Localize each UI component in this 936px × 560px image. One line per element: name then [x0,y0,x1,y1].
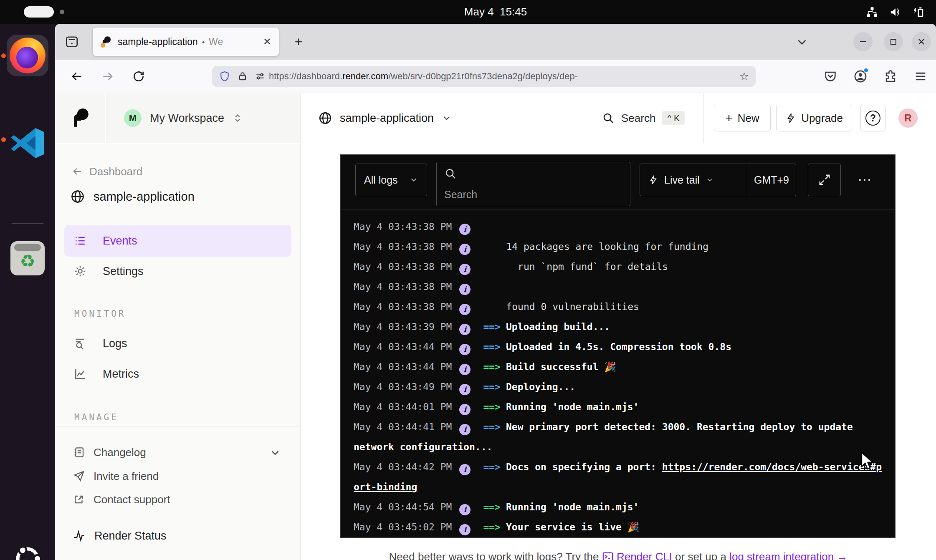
bookmark-star-icon[interactable]: ☆ [739,70,749,83]
extensions-icon[interactable] [883,69,898,83]
tracking-shield-icon[interactable] [219,71,230,82]
render-logo-cell[interactable] [55,93,105,143]
manage-section-header: MANAGE [74,412,119,422]
arrow-prefix: ==> [483,462,501,472]
sidebar-item-events[interactable]: Events [64,225,291,257]
render-cli-link[interactable]: Render CLI [617,550,672,560]
dock-separator [12,223,43,224]
forward-icon[interactable] [101,70,114,83]
log-row: May 4 03:43:38 PMi [354,217,882,237]
info-icon: i [459,424,471,435]
sidebar-item-metrics[interactable]: Metrics [64,358,291,390]
upgrade-button[interactable]: Upgrade [776,105,852,131]
arrow-prefix: ==> [483,381,501,392]
help-button[interactable]: ? [860,105,885,131]
more-options-icon[interactable]: ⋯ [858,171,873,188]
global-search[interactable]: Search ^ K [602,93,685,143]
pocket-icon[interactable] [823,69,837,83]
chevron-down-icon [409,175,418,184]
mouse-cursor [860,452,878,471]
search-icon [444,167,457,180]
logs-footer: Need better ways to work with logs? Try … [301,550,936,560]
changelog-chevron-icon[interactable] [269,446,281,459]
maximize-button[interactable] [884,32,903,51]
external-link-icon [73,493,85,506]
render-app: M My Workspace sample-application [55,93,936,560]
sidebar-item-logs[interactable]: Logs [64,328,291,359]
search-label: Search [621,112,655,125]
info-icon: i [459,224,471,235]
reload-icon[interactable] [132,70,145,83]
log-timestamp: May 4 03:44:54 PM [354,502,452,512]
workspace-pill[interactable] [24,6,54,18]
sidebar-item-settings[interactable]: Settings [64,255,291,287]
show-apps-button[interactable] [7,538,48,560]
live-tail-group: Live tail GMT+9 [640,164,796,196]
nav-divider [703,93,704,143]
trash-lid [14,244,41,251]
arrow-prefix: ==> [483,401,501,412]
workspace-selector[interactable]: M My Workspace [106,93,301,143]
log-stream-link[interactable]: log stream integration → [729,550,847,560]
service-selector[interactable]: sample-application [318,93,452,143]
log-toolbar: All logs Search [341,155,895,209]
recycle-glyph: ♻ [20,252,35,270]
log-search-input[interactable]: Search [436,162,630,206]
network-icon [866,6,878,18]
list-tabs-chevron-icon[interactable] [795,35,809,49]
url-field[interactable]: https://dashboard.render.com/web/srv-d0b… [212,66,756,87]
sidebar-item-contact[interactable]: Contact support [73,487,170,512]
log-list[interactable]: May 4 03:43:38 PMiMay 4 03:43:38 PMi14 p… [341,210,895,537]
menu-icon[interactable] [913,69,928,83]
expand-logs-button[interactable] [808,164,841,196]
firefox-view-icon[interactable] [64,34,79,49]
workspace-avatar: M [124,109,142,127]
logs-label: Logs [103,337,127,350]
events-list-icon [73,234,87,247]
timezone-button[interactable]: GMT+9 [747,164,796,196]
log-search-placeholder: Search [444,189,477,201]
user-avatar[interactable]: R [898,108,918,128]
sidebar-item-changelog[interactable]: Changelog [73,440,146,465]
trash-dock-icon[interactable]: ♻ [7,237,48,279]
live-tail-label: Live tail [664,174,700,186]
log-filter-dropdown[interactable]: All logs [355,164,427,196]
system-tray[interactable] [866,0,925,24]
close-window-button[interactable] [912,32,931,51]
lock-icon[interactable] [237,71,248,82]
new-button[interactable]: + New [714,105,771,131]
log-row: May 4 03:43:38 PMi run `npm fund` for de… [354,257,882,277]
log-timestamp: May 4 03:43:49 PM [354,381,452,392]
url-fade [696,70,734,83]
monitor-section-header: MONITOR [74,309,126,319]
account-button[interactable] [853,69,868,83]
firefox-running-dot [1,53,6,58]
log-message: Your service is live 🎉 [506,522,640,532]
permissions-icon[interactable] [255,71,266,82]
tab-close-icon[interactable]: ✕ [263,37,271,47]
chevron-down-icon [706,176,714,184]
sidebar-item-invite[interactable]: Invite a friend [73,464,159,489]
back-icon[interactable] [70,70,83,83]
app-top-nav: M My Workspace sample-application [55,93,936,143]
changelog-icon [73,446,85,459]
log-panel: All logs Search [340,154,896,538]
new-tab-button[interactable]: + [290,33,307,50]
browser-tab[interactable]: sample-application•We ✕ [93,28,279,56]
minimize-button[interactable] [853,32,873,51]
sidebar-item-render-status[interactable]: Render Status [73,522,167,550]
workspace-name: My Workspace [150,112,224,125]
paper-plane-icon [73,470,85,482]
firefox-icon [10,38,46,73]
upgrade-button-label: Upgrade [801,112,843,125]
info-icon: i [459,284,471,295]
url-text: https://dashboard.render.com/web/srv-d0b… [269,71,736,82]
back-to-dashboard[interactable]: Dashboard [72,163,142,180]
firefox-dock-icon[interactable] [7,35,48,76]
live-tail-button[interactable]: Live tail [640,164,747,196]
system-clock[interactable]: May 4 15:45 [55,0,936,24]
log-message: 14 packages are looking for funding [506,241,708,252]
log-row: May 4 03:43:49 PMi==>Deploying... [354,377,882,397]
vscode-dock-icon[interactable] [7,122,48,164]
log-timestamp: May 4 03:43:39 PM [354,321,452,332]
